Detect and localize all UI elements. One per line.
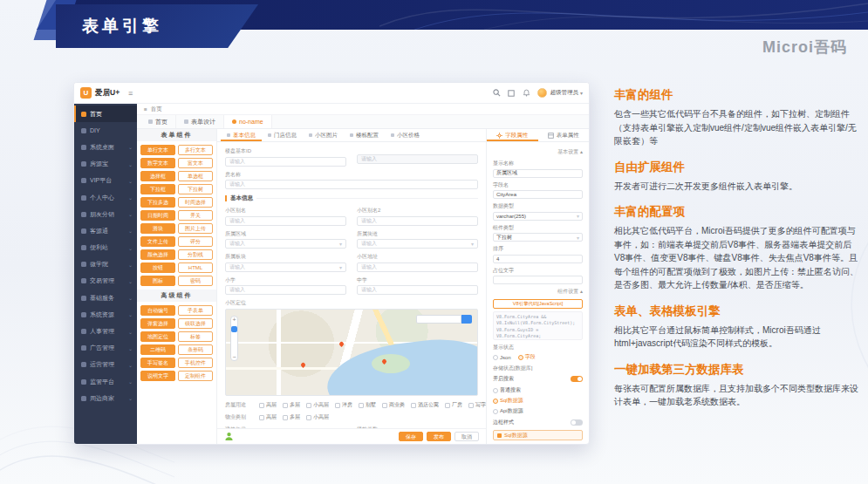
component-button[interactable]: 选择框 bbox=[140, 171, 175, 181]
component-button[interactable]: 下拉多选 bbox=[140, 197, 175, 208]
checkbox-option[interactable]: 多层 bbox=[283, 413, 300, 421]
tab-home[interactable]: 首页 bbox=[140, 115, 176, 128]
breadcrumb-home[interactable]: 首页 bbox=[151, 106, 162, 113]
component-type-input[interactable]: 下拉树▾ bbox=[493, 233, 583, 242]
radio-sql-datasource[interactable]: Sql数据源 bbox=[493, 397, 583, 405]
placeholder-input[interactable] bbox=[493, 276, 583, 284]
component-button[interactable]: 自动编号 bbox=[140, 305, 175, 316]
component-button[interactable]: 评分 bbox=[178, 236, 213, 247]
sidebar-item[interactable]: 周边商家⌄ bbox=[74, 390, 137, 406]
location-map[interactable]: +− bbox=[225, 309, 478, 396]
zoom-in-icon[interactable]: + bbox=[232, 317, 236, 323]
component-button[interactable]: 说明文字 bbox=[140, 371, 175, 381]
checkbox-option[interactable]: 商业类 bbox=[382, 401, 405, 409]
text-input[interactable]: 请输入 bbox=[357, 285, 478, 295]
component-button[interactable]: 手写签名 bbox=[140, 358, 175, 368]
text-input[interactable]: 请输入 bbox=[225, 216, 346, 226]
tab-field-properties[interactable]: 字段属性 bbox=[487, 129, 538, 141]
sidebar-item[interactable]: 运营管理⌄ bbox=[74, 357, 137, 373]
canvas-tab-basic[interactable]: 基本信息 bbox=[221, 129, 262, 141]
checkbox-option[interactable]: 酒店公寓 bbox=[411, 401, 439, 409]
component-button[interactable]: 日期时间 bbox=[140, 210, 175, 221]
sidebar-item[interactable]: 个人中心⌄ bbox=[74, 189, 137, 206]
sidebar-item[interactable]: 朋友分销⌄ bbox=[74, 206, 137, 222]
sort-input[interactable]: 4 bbox=[493, 255, 583, 263]
text-input[interactable]: 请输入 bbox=[357, 262, 478, 272]
fullscreen-icon[interactable] bbox=[506, 88, 516, 99]
sidebar-item[interactable]: 便利站⌄ bbox=[74, 240, 137, 256]
notifications-bell-icon[interactable] bbox=[521, 88, 531, 99]
canvas-tab[interactable]: 门店信息 bbox=[262, 129, 303, 141]
publish-button[interactable]: 发布 bbox=[427, 432, 451, 441]
component-button[interactable]: 下拉树 bbox=[178, 184, 213, 194]
component-button[interactable]: 图片上传 bbox=[178, 223, 213, 234]
component-button[interactable]: 颜色选择 bbox=[140, 249, 175, 260]
text-input[interactable]: 请输入 bbox=[225, 157, 346, 167]
sidebar-item[interactable]: 系统桌面⌄ bbox=[74, 139, 137, 155]
select-input[interactable]: 请输入▾ bbox=[357, 239, 478, 249]
checkbox-option[interactable]: 小高层 bbox=[306, 401, 329, 409]
map-search-input[interactable] bbox=[416, 315, 461, 324]
component-button[interactable]: 时间选择 bbox=[178, 197, 213, 208]
field-name-input[interactable]: CityArea bbox=[493, 190, 583, 199]
zoom-out-icon[interactable]: − bbox=[232, 354, 236, 360]
component-button[interactable]: HTML bbox=[178, 262, 213, 273]
component-button[interactable]: 单选框 bbox=[178, 171, 213, 181]
component-button[interactable]: 图标 bbox=[140, 276, 175, 286]
text-input[interactable]: 请输入 bbox=[225, 285, 346, 295]
sidebar-item[interactable]: 客源通⌄ bbox=[74, 222, 137, 239]
map-search-button[interactable] bbox=[461, 315, 472, 324]
checkbox-option[interactable]: 小高层 bbox=[306, 413, 329, 421]
collapse-menu-icon[interactable]: ≡ bbox=[128, 89, 133, 98]
sidebar-item[interactable]: 微学院⌄ bbox=[74, 256, 137, 273]
component-button[interactable]: 富文本 bbox=[178, 158, 213, 168]
component-button[interactable]: 密码 bbox=[178, 276, 213, 286]
v8-code-button[interactable]: V8引擎代码[JavaScript] bbox=[493, 299, 583, 309]
sidebar-item[interactable]: 人事管理⌄ bbox=[74, 323, 137, 339]
canvas-tab[interactable]: 小区图片 bbox=[303, 129, 344, 141]
checkbox-option[interactable]: 高层 bbox=[259, 401, 277, 409]
map-zoom-control[interactable]: +− bbox=[230, 316, 238, 361]
sidebar-item[interactable]: 房源宝⌄ bbox=[74, 156, 137, 173]
checkbox-option[interactable]: 多层 bbox=[283, 401, 300, 409]
border-style-toggle[interactable] bbox=[571, 419, 583, 426]
sidebar-item[interactable]: VIP平台⌄ bbox=[74, 173, 137, 189]
sidebar-item[interactable]: 交易管理⌄ bbox=[74, 273, 137, 290]
checkbox-option[interactable]: 高层 bbox=[259, 413, 277, 421]
component-button[interactable]: 子表单 bbox=[178, 305, 213, 316]
tab-form-design[interactable]: 表单设计 bbox=[176, 115, 224, 128]
radio-api-datasource[interactable]: Api数据源 bbox=[493, 407, 583, 415]
section-component-settings[interactable]: 组件设置 ▴ bbox=[493, 288, 583, 296]
component-button[interactable]: 分割线 bbox=[178, 249, 213, 260]
component-button[interactable]: 按钮 bbox=[140, 262, 175, 273]
search-icon[interactable] bbox=[491, 88, 502, 99]
component-button[interactable]: 开关 bbox=[178, 210, 213, 221]
assistant-person-icon[interactable] bbox=[224, 432, 234, 441]
text-input[interactable]: 请输入 bbox=[357, 216, 478, 226]
hamburger-icon[interactable]: ≡ bbox=[144, 106, 147, 112]
radio-field[interactable]: 字段 bbox=[518, 353, 536, 361]
user-menu-caret-icon[interactable]: ▾ bbox=[580, 90, 583, 96]
component-button[interactable]: 数字文本 bbox=[140, 158, 175, 168]
user-avatar[interactable] bbox=[537, 88, 547, 98]
radio-json[interactable]: Json bbox=[493, 355, 511, 360]
component-button[interactable]: 二维码 bbox=[140, 344, 175, 355]
canvas-tab[interactable]: 楼栋配置 bbox=[344, 129, 385, 141]
component-button[interactable]: 定制组件 bbox=[178, 371, 213, 381]
tab-form-properties[interactable]: 表单属性 bbox=[538, 129, 590, 141]
display-name-input[interactable]: 所属区域 bbox=[493, 169, 583, 178]
component-button[interactable]: 级联选择 bbox=[178, 318, 213, 329]
data-type-input[interactable]: varchar(255)▾ bbox=[493, 212, 583, 221]
component-button[interactable]: 手机控件 bbox=[178, 358, 213, 368]
component-button[interactable]: 多行文本 bbox=[178, 145, 213, 155]
save-button[interactable]: 保存 bbox=[399, 432, 423, 441]
select-input[interactable]: 请输入▾ bbox=[225, 262, 346, 272]
sidebar-item[interactable]: 广告管理⌄ bbox=[74, 340, 137, 357]
component-button[interactable]: 下拉框 bbox=[140, 184, 175, 194]
component-button[interactable]: 条形码 bbox=[178, 344, 213, 355]
radio-normal-search[interactable]: 普通搜索 bbox=[493, 386, 583, 394]
canvas-tab[interactable]: 小区价格 bbox=[385, 129, 426, 141]
sidebar-item[interactable]: 系统资源⌄ bbox=[74, 306, 137, 323]
text-input[interactable]: 请输入 bbox=[225, 180, 478, 189]
checkbox-option[interactable]: 别墅 bbox=[359, 401, 376, 409]
